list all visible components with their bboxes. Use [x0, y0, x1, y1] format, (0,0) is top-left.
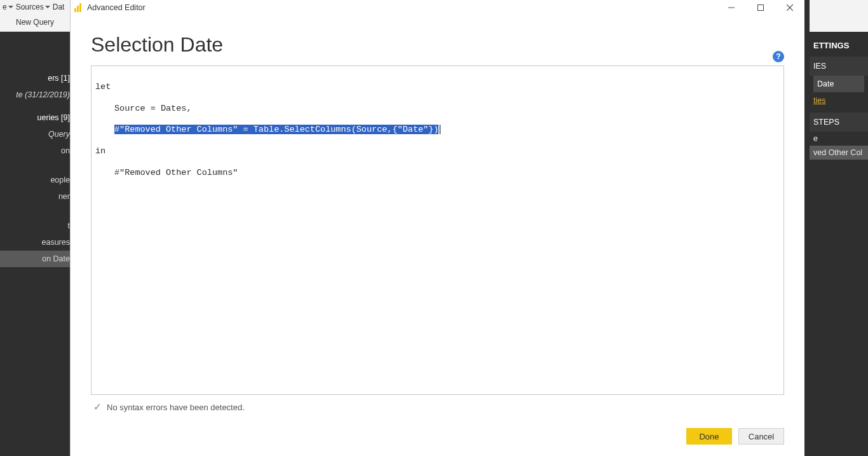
- ribbon-label-e[interactable]: e: [3, 3, 13, 11]
- dialog-footer: Done Cancel: [71, 420, 804, 456]
- powerbi-icon: [74, 3, 83, 12]
- nav-item-ner[interactable]: ner: [0, 188, 70, 205]
- nav-item-t[interactable]: t: [0, 218, 70, 234]
- right-panel: ETTINGS IES Date ties STEPS e ved Other …: [810, 0, 868, 456]
- window-title: Advanced Editor: [87, 3, 146, 12]
- nav-gap-1: [0, 159, 70, 172]
- nav-item-param-date[interactable]: te (31/12/2019): [0, 86, 70, 103]
- all-properties-link[interactable]: ties: [810, 92, 868, 109]
- applied-step-removed-other[interactable]: ved Other Col: [810, 146, 868, 160]
- nav-item-selection-date[interactable]: on Date: [0, 251, 70, 267]
- cancel-button[interactable]: Cancel: [738, 428, 784, 445]
- left-panel: e Sources Dat New Query ers [1] te (31/1…: [0, 0, 70, 456]
- minimize-button[interactable]: [717, 0, 746, 15]
- queries-nav: ers [1] te (31/12/2019) ueries [9] Query…: [0, 32, 70, 267]
- code-line-2: Source = Dates,: [95, 104, 780, 114]
- help-icon[interactable]: ?: [773, 51, 784, 62]
- code-line-4: in: [95, 146, 780, 157]
- nav-gap-2: [0, 205, 70, 218]
- properties-header: IES: [810, 57, 868, 76]
- ribbon-fragment: e Sources Dat New Query: [0, 0, 70, 32]
- applied-steps-header: STEPS: [810, 113, 868, 132]
- query-settings-header: ETTINGS: [810, 32, 868, 57]
- done-button[interactable]: Done: [686, 428, 732, 445]
- advanced-editor-dialog: Advanced Editor Selection Date ? let Sou…: [70, 0, 804, 456]
- titlebar: Advanced Editor: [71, 0, 804, 15]
- query-name-field[interactable]: Date: [813, 76, 864, 92]
- maximize-button[interactable]: [746, 0, 775, 15]
- nav-group-queries[interactable]: ueries [9]: [0, 109, 70, 126]
- code-line-5: #"Removed Other Columns": [95, 168, 780, 179]
- code-editor[interactable]: let Source = Dates, #"Removed Other Colu…: [91, 66, 784, 395]
- nav-item-measures[interactable]: easures: [0, 234, 70, 251]
- code-line-1: let: [95, 82, 780, 93]
- svg-rect-1: [758, 5, 764, 11]
- ribbon-label-sources[interactable]: Sources: [16, 3, 50, 11]
- applied-step-source[interactable]: e: [810, 132, 868, 146]
- syntax-status: ✓ No syntax errors have been detected.: [91, 395, 784, 415]
- page-title: Selection Date: [91, 33, 784, 57]
- nav-item-on[interactable]: on: [0, 142, 70, 159]
- ribbon-label-data[interactable]: Dat: [53, 3, 65, 11]
- nav-item-query[interactable]: Query: [0, 126, 70, 142]
- text-caret: [440, 125, 440, 134]
- code-line-3: #"Removed Other Columns" = Table.SelectC…: [95, 125, 780, 135]
- nav-group-parameters[interactable]: ers [1]: [0, 70, 70, 86]
- nav-item-people[interactable]: eople: [0, 172, 70, 188]
- check-icon: ✓: [93, 401, 102, 413]
- status-text: No syntax errors have been detected.: [107, 403, 245, 412]
- close-button[interactable]: [775, 0, 804, 15]
- ribbon-group-new-query: New Query: [3, 18, 67, 27]
